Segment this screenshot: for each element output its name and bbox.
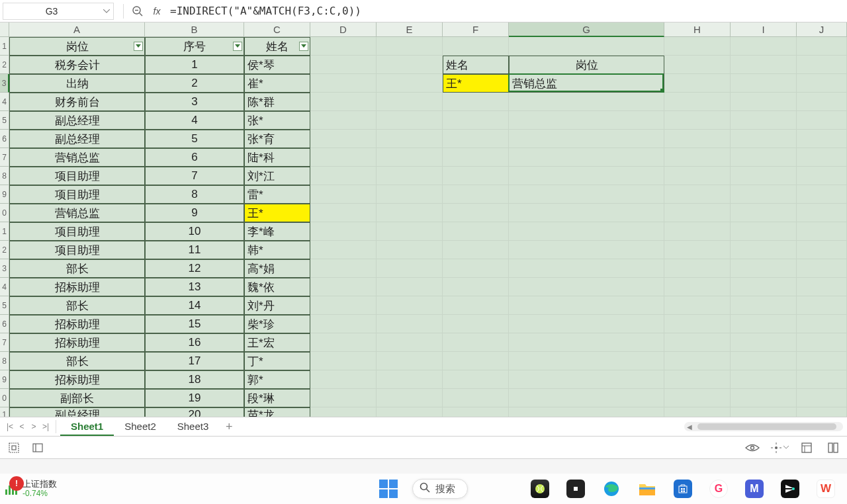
table-row-pos[interactable]: 招标助理 [9, 278, 145, 296]
col-header-J[interactable]: J [797, 22, 847, 37]
col-header-F[interactable]: F [443, 22, 509, 37]
lookup-value-name[interactable]: 王* [443, 74, 509, 93]
table-row-no[interactable]: 4 [145, 111, 244, 130]
formula-input[interactable] [166, 2, 847, 21]
status-icon-2[interactable] [29, 439, 46, 456]
table-row-no[interactable]: 17 [145, 352, 244, 370]
view-eye-icon[interactable] [744, 439, 761, 456]
table-row-pos[interactable]: 营销总监 [9, 148, 145, 167]
table-row-pos[interactable]: 部长 [9, 352, 145, 370]
row-header-14[interactable]: 4 [0, 278, 9, 296]
status-icon-1[interactable] [5, 439, 22, 456]
table-row-name[interactable]: 张* [244, 111, 310, 130]
table-row-no[interactable]: 8 [145, 185, 244, 204]
table-row-pos[interactable]: 副总经理 [9, 111, 145, 130]
row-header-12[interactable]: 2 [0, 241, 9, 259]
col-header-E[interactable]: E [377, 22, 443, 37]
col-header-G[interactable]: G [509, 22, 664, 37]
table-row-no[interactable]: 14 [145, 296, 244, 315]
table-row-pos[interactable]: 税务会计 [9, 56, 145, 74]
table-row-no[interactable]: 3 [145, 93, 244, 111]
row-header-18[interactable]: 8 [0, 352, 9, 370]
col-header-D[interactable]: D [310, 22, 377, 37]
col-header-C[interactable]: C [244, 22, 310, 37]
table-row-name[interactable]: 王*宏 [244, 333, 310, 352]
table-row-name[interactable]: 丁* [244, 352, 310, 370]
table-row-name[interactable]: 韩* [244, 241, 310, 259]
lookup-header-pos[interactable]: 岗位 [509, 56, 664, 74]
table-row-no[interactable]: 13 [145, 278, 244, 296]
table-row-no[interactable]: 12 [145, 259, 244, 278]
table-row-pos[interactable]: 项目助理 [9, 185, 145, 204]
fx-label[interactable]: fx [148, 6, 166, 17]
table-row-no[interactable]: 5 [145, 130, 244, 148]
taskbar-app-tennis-icon[interactable] [531, 480, 549, 498]
add-sheet-button[interactable]: + [219, 420, 239, 434]
row-header-6[interactable]: 6 [0, 130, 9, 148]
table-row-no[interactable]: 15 [145, 315, 244, 333]
filter-button-C[interactable] [299, 42, 308, 51]
row-header-11[interactable]: 1 [0, 222, 9, 241]
table-row-pos[interactable]: 财务前台 [9, 93, 145, 111]
table-row-name[interactable]: 陆*科 [244, 148, 310, 167]
taskbar-app-edge-icon[interactable] [602, 480, 621, 498]
table-row-name[interactable]: 郭* [244, 370, 310, 389]
table-row-no[interactable]: 18 [145, 370, 244, 389]
table-row-name[interactable]: 刘*丹 [244, 296, 310, 315]
lookup-header-name[interactable]: 姓名 [443, 56, 509, 74]
spreadsheet-grid[interactable]: ABCDEFGHIJ 123456789012345678901 岗位序号姓名税… [0, 22, 847, 417]
sheet-tab-Sheet1[interactable]: Sheet1 [60, 417, 114, 436]
table-row-no[interactable]: 19 [145, 389, 244, 407]
table-row-no[interactable]: 7 [145, 167, 244, 185]
table-row-pos[interactable]: 出纳 [9, 74, 145, 93]
taskbar-app-store-icon[interactable] [674, 480, 692, 498]
col-header-A[interactable]: A [9, 22, 145, 37]
view-normal-icon[interactable] [798, 439, 815, 456]
select-all-corner[interactable] [0, 22, 9, 37]
table-row-pos[interactable]: 营销总监 [9, 204, 145, 222]
table-row-name[interactable]: 侯*琴 [244, 56, 310, 74]
col-header-I[interactable]: I [731, 22, 797, 37]
row-header-13[interactable]: 3 [0, 259, 9, 278]
table-row-name[interactable]: 魏*依 [244, 278, 310, 296]
table-row-no[interactable]: 11 [145, 241, 244, 259]
taskbar-app-wps-icon[interactable]: W [817, 480, 835, 498]
table-row-pos[interactable]: 项目助理 [9, 167, 145, 185]
col-header-B[interactable]: B [145, 22, 244, 37]
table-row-name[interactable]: 陈*群 [244, 93, 310, 111]
scroll-left-icon[interactable]: ◀ [687, 423, 692, 431]
table-header-C[interactable]: 姓名 [244, 37, 310, 56]
row-header-15[interactable]: 5 [0, 296, 9, 315]
taskbar-app-explorer-icon[interactable] [638, 480, 656, 498]
table-row-name[interactable]: 王* [244, 204, 310, 222]
row-header-8[interactable]: 8 [0, 167, 9, 185]
taskbar-app-m-icon[interactable]: M [745, 480, 764, 498]
scrollbar-thumb[interactable] [697, 423, 836, 430]
tab-prev-icon[interactable]: < [16, 417, 28, 436]
table-header-A[interactable]: 岗位 [9, 37, 145, 56]
table-row-name[interactable]: 李*峰 [244, 222, 310, 241]
table-row-pos[interactable]: 招标助理 [9, 315, 145, 333]
lookup-value-pos[interactable]: 营销总监 [509, 74, 664, 93]
name-box[interactable]: G3 [3, 3, 114, 20]
sheet-tab-Sheet3[interactable]: Sheet3 [167, 417, 220, 436]
table-row-no[interactable]: 1 [145, 56, 244, 74]
table-row-pos[interactable]: 部长 [9, 259, 145, 278]
row-header-7[interactable]: 7 [0, 148, 9, 167]
row-header-2[interactable]: 2 [0, 56, 9, 74]
row-header-4[interactable]: 4 [0, 93, 9, 111]
stock-widget[interactable]: ! 上证指数 -0.74% [5, 480, 57, 497]
table-row-name[interactable]: 张*育 [244, 130, 310, 148]
table-row-pos[interactable]: 项目助理 [9, 241, 145, 259]
table-row-name[interactable]: 高*娟 [244, 259, 310, 278]
table-row-pos[interactable]: 副总经理 [9, 130, 145, 148]
table-row-no[interactable]: 10 [145, 222, 244, 241]
table-row-pos[interactable]: 部长 [9, 296, 145, 315]
table-row-no[interactable]: 20 [145, 407, 244, 417]
row-header-3[interactable]: 3 [0, 74, 9, 93]
table-row-pos[interactable]: 项目助理 [9, 222, 145, 241]
row-header-5[interactable]: 5 [0, 111, 9, 130]
table-row-no[interactable]: 6 [145, 148, 244, 167]
sheet-tab-Sheet2[interactable]: Sheet2 [114, 417, 167, 436]
table-row-name[interactable]: 苗*龙 [244, 407, 310, 417]
